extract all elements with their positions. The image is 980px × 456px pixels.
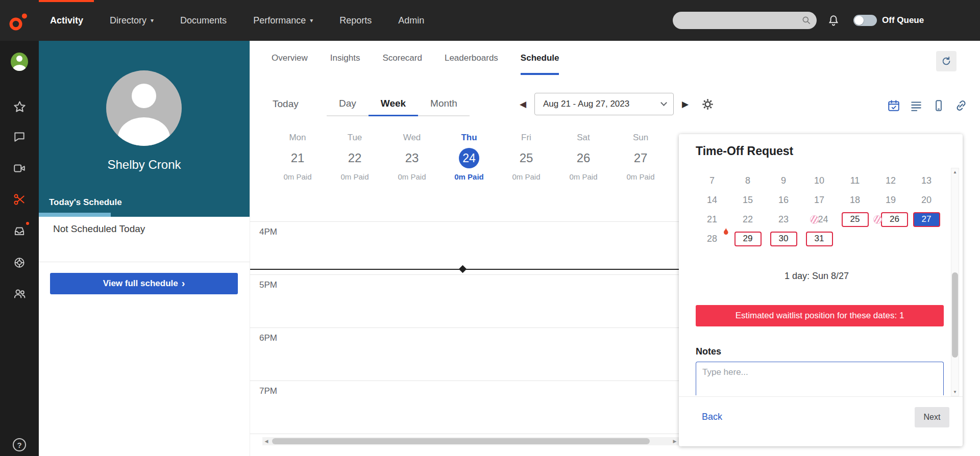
- refresh-button[interactable]: [936, 51, 957, 71]
- day-number: 31: [806, 232, 833, 246]
- nav-item-admin[interactable]: Admin: [398, 15, 424, 26]
- calendar-day-8[interactable]: 8: [730, 171, 766, 190]
- nav-item-documents[interactable]: Documents: [180, 15, 227, 26]
- calendar-day-14[interactable]: 14: [694, 190, 730, 210]
- back-link[interactable]: Back: [702, 412, 722, 422]
- not-scheduled-text: Not Scheduled Today: [53, 223, 145, 235]
- hour-label: 7PM: [259, 386, 277, 396]
- tab-insights[interactable]: Insights: [330, 41, 360, 75]
- grid-end-line: [250, 434, 679, 434]
- scrollbar-thumb[interactable]: [952, 272, 958, 358]
- calendar-day-12[interactable]: 12: [873, 171, 909, 190]
- todays-schedule-heading: Today's Schedule: [49, 197, 122, 208]
- hour-row: 7PM: [250, 381, 679, 434]
- calendar-day-28[interactable]: 28: [694, 229, 730, 248]
- help-icon[interactable]: ?: [11, 436, 28, 453]
- tab-leaderboards[interactable]: Leaderboards: [445, 41, 498, 75]
- calendar-day-20[interactable]: 20: [909, 190, 944, 210]
- calendar-day-30[interactable]: 30: [766, 229, 801, 248]
- day-number: 27: [612, 148, 669, 168]
- nav-item-reports[interactable]: Reports: [339, 15, 372, 26]
- tab-schedule[interactable]: Schedule: [521, 41, 559, 75]
- calendar-day-19[interactable]: 19: [873, 190, 909, 210]
- week-day-sat[interactable]: Sat260m Paid: [555, 133, 612, 181]
- week-day-tue[interactable]: Tue220m Paid: [326, 133, 383, 181]
- settings-gear-icon[interactable]: [701, 92, 714, 116]
- scissors-icon[interactable]: [11, 191, 28, 208]
- nav-item-activity[interactable]: Activity: [50, 15, 83, 26]
- off-queue-label: Off Queue: [882, 0, 924, 41]
- notes-textarea[interactable]: [696, 362, 944, 395]
- calendar-day-15[interactable]: 15: [730, 190, 766, 210]
- profile-avatar-icon[interactable]: [11, 53, 28, 70]
- calendar-day-11[interactable]: 11: [837, 171, 873, 190]
- agenda-list-icon[interactable]: [910, 99, 923, 112]
- calendar-day-18[interactable]: 18: [837, 190, 873, 210]
- chevron-right-icon: ›: [182, 277, 185, 289]
- notifications-bell-icon[interactable]: [827, 14, 840, 27]
- scroll-left-arrow[interactable]: ◀: [262, 439, 271, 444]
- calendar-day-29[interactable]: 29: [730, 229, 766, 248]
- nav-item-directory[interactable]: Directory▾: [110, 15, 154, 26]
- mobile-phone-icon[interactable]: [932, 99, 945, 112]
- calendar-day-10[interactable]: 10: [801, 171, 837, 190]
- scroll-right-arrow[interactable]: ▶: [671, 439, 679, 444]
- calendar-day-31[interactable]: 31: [801, 229, 837, 248]
- week-day-fri[interactable]: Fri250m Paid: [498, 133, 555, 181]
- date-range-select[interactable]: Aug 21 - Aug 27, 2023: [534, 93, 674, 115]
- chat-icon[interactable]: [11, 128, 28, 145]
- vertical-scrollbar[interactable]: ▲ ▼: [951, 168, 959, 396]
- search-icon[interactable]: [801, 15, 812, 26]
- calendar-day-22[interactable]: 22: [730, 210, 766, 229]
- link-icon[interactable]: [954, 99, 968, 112]
- calendar-day-21[interactable]: 21: [694, 210, 730, 229]
- next-week-arrow[interactable]: ▶: [682, 92, 689, 116]
- view-full-schedule-button[interactable]: View full schedule ›: [50, 273, 238, 294]
- calendar-day-17[interactable]: 17: [801, 190, 837, 210]
- view-tab-week[interactable]: Week: [369, 92, 418, 116]
- date-range-value: Aug 21 - Aug 27, 2023: [543, 99, 629, 109]
- previous-week-arrow[interactable]: ◀: [520, 92, 526, 116]
- queue-toggle[interactable]: [853, 15, 877, 26]
- day-name: Thu: [440, 133, 498, 143]
- contacts-people-icon[interactable]: [11, 285, 28, 302]
- nav-item-performance[interactable]: Performance▾: [253, 15, 313, 26]
- scroll-up-arrow[interactable]: ▲: [951, 170, 959, 174]
- tab-scorecard[interactable]: Scorecard: [382, 41, 422, 75]
- day-number: 29: [734, 232, 762, 246]
- next-button[interactable]: Next: [915, 407, 949, 427]
- favorites-star-icon[interactable]: [11, 98, 28, 115]
- calendar-check-icon[interactable]: [887, 99, 900, 112]
- hour-label: 5PM: [259, 280, 277, 290]
- calendar-day-24[interactable]: 24: [801, 210, 837, 229]
- calendar-day-25[interactable]: 25: [837, 210, 873, 229]
- support-lifebuoy-icon[interactable]: [11, 254, 28, 271]
- scrollbar-thumb[interactable]: [272, 438, 650, 444]
- video-icon[interactable]: [11, 160, 28, 177]
- view-tab-day[interactable]: Day: [327, 92, 369, 116]
- day-number: 22: [326, 148, 383, 168]
- tab-overview[interactable]: Overview: [272, 41, 308, 75]
- week-day-thu[interactable]: Thu240m Paid: [440, 133, 498, 181]
- day-number: 12: [886, 175, 896, 186]
- day-number: 24: [818, 214, 828, 225]
- horizontal-scrollbar[interactable]: ◀ ▶: [262, 437, 679, 445]
- day-number: 18: [850, 195, 860, 206]
- calendar-day-23[interactable]: 23: [766, 210, 801, 229]
- view-tab-month[interactable]: Month: [418, 92, 470, 116]
- scroll-down-arrow[interactable]: ▼: [951, 390, 959, 394]
- inbox-icon[interactable]: [11, 222, 28, 240]
- calendar-day-16[interactable]: 16: [766, 190, 801, 210]
- today-button[interactable]: Today: [273, 92, 299, 116]
- genesys-logo[interactable]: [7, 10, 30, 33]
- calendar-day-13[interactable]: 13: [909, 171, 944, 190]
- week-day-mon[interactable]: Mon210m Paid: [269, 133, 326, 181]
- search-input[interactable]: [673, 12, 817, 29]
- day-paid-label: 0m Paid: [269, 172, 326, 181]
- calendar-day-9[interactable]: 9: [766, 171, 801, 190]
- calendar-day-26[interactable]: 26: [873, 210, 909, 229]
- week-day-sun[interactable]: Sun270m Paid: [612, 133, 669, 181]
- calendar-day-27[interactable]: 27: [909, 210, 944, 229]
- calendar-day-7[interactable]: 7: [694, 171, 730, 190]
- week-day-wed[interactable]: Wed230m Paid: [383, 133, 440, 181]
